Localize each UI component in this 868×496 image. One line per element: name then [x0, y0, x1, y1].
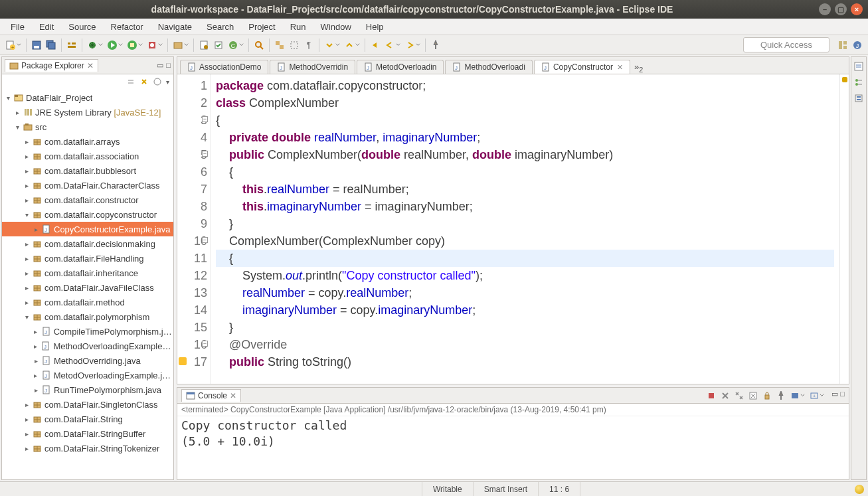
- focus-task-button[interactable]: [153, 77, 162, 86]
- tree-package[interactable]: ▸com.DataFlair.CharacterClass: [2, 178, 173, 193]
- menu-help[interactable]: Help: [359, 20, 391, 34]
- tree-package[interactable]: ▸com.dataflair.decisionmaking: [2, 236, 173, 251]
- show-whitespace-button[interactable]: ¶: [302, 39, 315, 52]
- collapse-all-button[interactable]: [126, 77, 135, 86]
- close-icon[interactable]: ✕: [617, 63, 623, 72]
- view-menu-button[interactable]: ▾: [166, 78, 169, 86]
- menu-project[interactable]: Project: [242, 20, 282, 34]
- code-line[interactable]: }: [216, 215, 834, 232]
- menu-edit[interactable]: Edit: [33, 20, 60, 34]
- code-line[interactable]: System.out.println("Copy constructor cal…: [216, 267, 834, 284]
- editor-code-area[interactable]: package com.dataflair.copyconstructor;cl…: [211, 74, 839, 384]
- console-tab[interactable]: Console ✕: [181, 389, 241, 402]
- tree-package[interactable]: ▸com.DataFlair.StringTokenizer: [2, 441, 173, 455]
- coverage-button[interactable]: [126, 39, 144, 52]
- tree-package[interactable]: ▾com.dataflair.polymorphism: [2, 309, 173, 324]
- menu-navigate[interactable]: Navigate: [151, 20, 199, 34]
- code-line[interactable]: realNumber = copy.realNumber;: [216, 284, 834, 301]
- java-perspective-button[interactable]: J: [851, 39, 864, 52]
- code-line[interactable]: package com.dataflair.copyconstructor;: [216, 77, 834, 94]
- tree-package[interactable]: ▸com.dataflair.method: [2, 295, 173, 309]
- new-class-button[interactable]: C: [226, 39, 245, 52]
- tree-java-file[interactable]: ▸JCopyConstructorExample.java: [2, 222, 173, 236]
- editor-tab[interactable]: JMethodOverridin: [270, 60, 355, 74]
- fold-toggle[interactable]: −: [202, 341, 208, 347]
- tree-java-file[interactable]: ▸JMetodOverloadingExample.java: [2, 368, 173, 382]
- open-perspective-button[interactable]: [836, 39, 849, 52]
- code-line[interactable]: {: [216, 112, 834, 129]
- tree-java-file[interactable]: ▸JRunTimePolymorphism.java: [2, 382, 173, 397]
- menu-source[interactable]: Source: [62, 20, 102, 34]
- remove-launch-button[interactable]: [719, 390, 731, 402]
- remove-all-button[interactable]: [733, 390, 745, 402]
- tree-src[interactable]: ▾src: [2, 120, 173, 134]
- package-explorer-tree[interactable]: ▾DataFlair_Project▸JRE System Library [J…: [2, 89, 173, 479]
- fold-toggle[interactable]: −: [202, 116, 208, 122]
- close-icon[interactable]: ✕: [230, 391, 236, 400]
- link-editor-button[interactable]: [139, 77, 149, 86]
- pin-console-button[interactable]: [775, 390, 787, 402]
- tree-package[interactable]: ▸com.dataflair.association: [2, 149, 173, 163]
- tree-package[interactable]: ▸com.dataflair.FileHandling: [2, 251, 173, 266]
- prev-annotation-button[interactable]: [343, 39, 361, 52]
- scroll-lock-button[interactable]: [761, 390, 773, 402]
- next-annotation-button[interactable]: [323, 39, 341, 52]
- code-line[interactable]: @Override: [216, 336, 834, 353]
- code-line[interactable]: {: [216, 163, 834, 181]
- menu-run[interactable]: Run: [284, 20, 313, 34]
- menu-search[interactable]: Search: [200, 20, 240, 34]
- code-line[interactable]: }: [216, 319, 834, 336]
- window-close-button[interactable]: ×: [851, 3, 863, 15]
- code-line[interactable]: class ComplexNumber: [216, 94, 834, 112]
- menu-file[interactable]: File: [4, 20, 31, 34]
- code-line[interactable]: ComplexNumber(ComplexNumber copy): [216, 232, 834, 250]
- tree-project[interactable]: ▾DataFlair_Project: [2, 90, 173, 105]
- fold-toggle[interactable]: −: [202, 151, 208, 157]
- fold-toggle[interactable]: −: [202, 237, 208, 243]
- pin-editor-button[interactable]: [429, 39, 442, 52]
- toggle-mark-occurrences-button[interactable]: [273, 39, 286, 52]
- code-line[interactable]: this.realNumber = realNumber;: [216, 181, 834, 198]
- tree-java-file[interactable]: ▸JCompileTimePolymorphism.java: [2, 324, 173, 339]
- clear-console-button[interactable]: [747, 390, 759, 402]
- tip-icon[interactable]: [855, 485, 864, 494]
- block-selection-button[interactable]: [288, 39, 301, 52]
- minimize-view-button[interactable]: ▭: [831, 390, 838, 402]
- console-output[interactable]: Copy constructor called (5.0 + 10.0i): [177, 416, 849, 479]
- save-button[interactable]: [30, 39, 43, 52]
- run-button[interactable]: [106, 39, 124, 52]
- new-button[interactable]: +: [4, 39, 23, 52]
- debug-button[interactable]: [86, 39, 104, 52]
- code-line[interactable]: private double realNumber, imaginaryNumb…: [216, 129, 834, 146]
- minimize-view-button[interactable]: ▭: [157, 61, 163, 70]
- window-maximize-button[interactable]: ▢: [835, 3, 847, 15]
- tree-package[interactable]: ▸com.DataFlair.StringBuffer: [2, 426, 173, 441]
- code-editor[interactable]: 123−45−678910−111213141516−17 package co…: [177, 74, 849, 384]
- editor-gutter[interactable]: 123−45−678910−111213141516−17: [177, 74, 211, 384]
- task-list-icon[interactable]: [853, 61, 864, 72]
- open-console-button[interactable]: +: [808, 390, 825, 402]
- menu-refactor[interactable]: Refactor: [104, 20, 150, 34]
- tree-jre[interactable]: ▸JRE System Library [JavaSE-12]: [2, 105, 173, 120]
- code-line[interactable]: imaginaryNumber = copy.imaginaryNumber;: [216, 301, 834, 319]
- quick-access-input[interactable]: Quick Access: [743, 37, 829, 52]
- tree-java-file[interactable]: ▸JMethodOverloadingExample.java: [2, 339, 173, 353]
- tree-package[interactable]: ▸com.dataflair.bubblesort: [2, 163, 173, 178]
- tree-java-file[interactable]: ▸JMethodOverriding.java: [2, 353, 173, 368]
- editor-overflow-button[interactable]: »2: [634, 62, 643, 74]
- tree-package[interactable]: ▸com.DataFlair.JavaFileClass: [2, 280, 173, 295]
- tree-package[interactable]: ▸com.dataflair.constructor: [2, 193, 173, 207]
- search-button[interactable]: [252, 39, 266, 52]
- code-line[interactable]: this.imaginaryNumber = imaginaryNumber;: [216, 198, 834, 215]
- editor-tab[interactable]: JMetodOverloadin: [357, 60, 444, 74]
- external-tools-button[interactable]: [145, 39, 164, 52]
- forward-button[interactable]: [403, 39, 422, 52]
- outline-icon[interactable]: [853, 77, 864, 88]
- tree-package[interactable]: ▸com.DataFlair.String: [2, 412, 173, 426]
- tree-package[interactable]: ▾com.dataflair.copyconstructor: [2, 207, 173, 222]
- code-line[interactable]: public ComplexNumber(double realNumber, …: [216, 146, 834, 163]
- terminate-button[interactable]: [705, 390, 717, 402]
- toggle-breadcrumb-button[interactable]: [65, 39, 78, 52]
- tree-package[interactable]: ▸com.dataflair.inheritance: [2, 266, 173, 280]
- code-line[interactable]: public String toString(): [216, 353, 834, 371]
